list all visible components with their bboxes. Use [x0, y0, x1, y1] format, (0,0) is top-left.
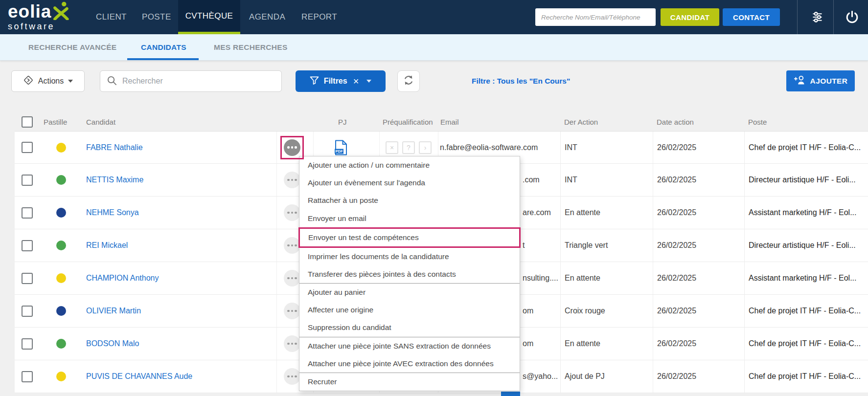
ajouter-label: AJOUTER: [810, 77, 848, 86]
tab-candidats[interactable]: CANDIDATS: [141, 34, 186, 61]
prequal-reject-icon[interactable]: ×: [386, 141, 398, 154]
nav-item-report[interactable]: REPORT: [301, 0, 337, 34]
row-actions-menu-button[interactable]: [284, 270, 300, 286]
row-checkbox[interactable]: [22, 338, 33, 350]
der-action-cell: En attente: [560, 197, 653, 229]
row-actions-menu-button[interactable]: [284, 172, 300, 188]
pdf-attachment-icon[interactable]: PDF: [334, 140, 348, 155]
refresh-button[interactable]: [397, 70, 420, 92]
table-search-field[interactable]: [100, 70, 282, 92]
clear-filter-icon[interactable]: ×: [353, 76, 359, 86]
der-action-cell: INT: [560, 132, 653, 163]
candidate-link[interactable]: CHAMPION Anthony: [82, 274, 276, 283]
row-checkbox[interactable]: [22, 306, 33, 317]
highlight-box: [280, 136, 304, 159]
poste-cell: Chef de projet IT H/F - Eolia-C...: [744, 328, 868, 360]
poste-cell: Directeur artistique H/F - Eoli...: [744, 229, 868, 262]
row-checkbox[interactable]: [22, 371, 33, 382]
refresh-icon: [403, 74, 414, 88]
filtres-button[interactable]: Filtres ×: [296, 70, 386, 92]
row-actions-menu-button[interactable]: [284, 204, 300, 221]
ajouter-button[interactable]: AJOUTER: [786, 70, 855, 91]
candidate-link[interactable]: NETTIS Maxime: [82, 176, 276, 184]
row-actions-menu-button[interactable]: [284, 237, 300, 254]
power-logout-icon[interactable]: [845, 10, 860, 25]
col-header-date-action: Date action: [653, 118, 744, 126]
menu-item-attacher-avec-extraction[interactable]: Attacher une pièce jointe AVEC extractio…: [299, 355, 520, 373]
filtres-label: Filtres: [324, 77, 347, 86]
table-header: Pastille Candidat PJ Préqualification Em…: [15, 112, 868, 131]
tune-settings-icon[interactable]: [811, 11, 824, 24]
menu-item-affecter-origine[interactable]: Affecter une origine: [299, 301, 520, 319]
tab-recherche-avancee[interactable]: RECHERCHE AVANCÉE: [28, 34, 117, 61]
date-action-cell: 26/02/2025: [653, 132, 744, 163]
global-search-input[interactable]: [535, 8, 656, 26]
der-action-cell: En attente: [560, 328, 653, 360]
candidate-link[interactable]: PUVIS DE CHAVANNES Aude: [82, 372, 276, 381]
menu-item-envoyer-email[interactable]: Envoyer un email: [299, 209, 520, 227]
pastille-dot: [56, 339, 66, 349]
cvtheque-screen: eolia software CLIENT POSTE CVTHÈQUE AGE…: [0, 0, 868, 396]
menu-item-suppression-candidat[interactable]: Suppression du candidat: [299, 319, 520, 337]
der-action-cell: En attente: [560, 262, 653, 294]
menu-item-rattacher-poste[interactable]: Rattacher à un poste: [299, 192, 520, 209]
row-checkbox[interactable]: [22, 240, 33, 251]
candidate-link[interactable]: FABRE Nathalie: [82, 143, 276, 152]
tab-mes-recherches[interactable]: MES RECHERCHES: [214, 34, 288, 61]
row-actions-menu-button[interactable]: [284, 335, 300, 352]
row-actions-menu-button[interactable]: [284, 303, 300, 319]
candidate-link[interactable]: BODSON Malo: [82, 339, 276, 348]
col-header-pj: PJ: [313, 118, 379, 126]
logo-figure-icon: [52, 1, 69, 22]
poste-cell: Assistant marketing H/F - Eol...: [744, 197, 868, 229]
pastille-dot: [56, 372, 66, 381]
menu-item-ajouter-action[interactable]: Ajouter une action / un commentaire: [299, 156, 520, 174]
menu-item-recruter[interactable]: Recruter: [299, 373, 520, 391]
prequal-question-icon[interactable]: ?: [402, 141, 415, 154]
nav-item-agenda[interactable]: AGENDA: [249, 0, 285, 34]
active-filter-status: Filtre : Tous les "En Cours": [472, 70, 570, 92]
menu-item-ajouter-panier[interactable]: Ajouter au panier: [299, 284, 520, 301]
search-icon: [107, 75, 117, 88]
candidate-link[interactable]: NEHME Sonya: [82, 208, 276, 217]
menu-item-attacher-sans-extraction[interactable]: Attacher une pièce jointe SANS extractio…: [299, 337, 520, 355]
menu-item-envoyer-test-competences[interactable]: Envoyer un test de compétences: [298, 227, 521, 248]
row-checkbox[interactable]: [22, 175, 33, 186]
active-tab-underline: [127, 58, 199, 60]
date-action-cell: 26/02/2025: [653, 262, 744, 294]
candidat-button[interactable]: CANDIDAT: [661, 8, 719, 26]
top-navbar: eolia software CLIENT POSTE CVTHÈQUE AGE…: [0, 0, 868, 34]
menu-item-ajouter-evenement[interactable]: Ajouter un évènement sur l'agenda: [299, 174, 520, 192]
logo-subtext: software: [8, 21, 69, 32]
col-header-poste: Poste: [744, 118, 868, 126]
col-header-der-action: Der Action: [560, 118, 653, 126]
nav-item-poste[interactable]: POSTE: [142, 0, 171, 34]
filter-funnel-icon: [310, 76, 319, 87]
row-checkbox[interactable]: [22, 207, 33, 219]
date-action-cell: 26/02/2025: [653, 197, 744, 229]
row-actions-menu-button[interactable]: [284, 368, 300, 385]
col-header-prequalification: Préqualification: [379, 118, 438, 126]
menu-item-transferer-pieces[interactable]: Transferer des pièces jointes à des cont…: [299, 265, 520, 284]
col-header-email: Email: [438, 118, 560, 126]
search-input[interactable]: [122, 77, 275, 86]
col-header-candidat: Candidat: [82, 118, 276, 126]
app-logo[interactable]: eolia software: [8, 3, 69, 32]
actions-dropdown-button[interactable]: Actions: [11, 70, 85, 92]
poste-cell: Chef de projet IT H/F - Eolia-C...: [744, 132, 868, 163]
date-action-cell: 26/02/2025: [653, 328, 744, 360]
nav-item-cvtheque[interactable]: CVTHÈQUE: [178, 0, 240, 34]
prequal-next-icon[interactable]: ›: [419, 141, 432, 154]
row-checkbox[interactable]: [22, 273, 33, 284]
scrollbar-thumb[interactable]: [501, 392, 520, 396]
poste-cell: Chef de projet IT H/F - Eolia-C...: [744, 360, 868, 393]
row-checkbox[interactable]: [22, 142, 33, 153]
candidate-link[interactable]: REI Mickael: [82, 241, 276, 250]
candidate-link[interactable]: OLIVIER Martin: [82, 307, 276, 315]
filtres-chevron-icon[interactable]: [366, 80, 371, 83]
nav-item-client[interactable]: CLIENT: [96, 0, 127, 34]
date-action-cell: 26/02/2025: [653, 295, 744, 327]
contact-button[interactable]: CONTACT: [723, 8, 780, 26]
select-all-checkbox[interactable]: [22, 116, 33, 128]
menu-item-imprimer-documents[interactable]: Imprimer les documents de la candidature: [299, 248, 520, 265]
